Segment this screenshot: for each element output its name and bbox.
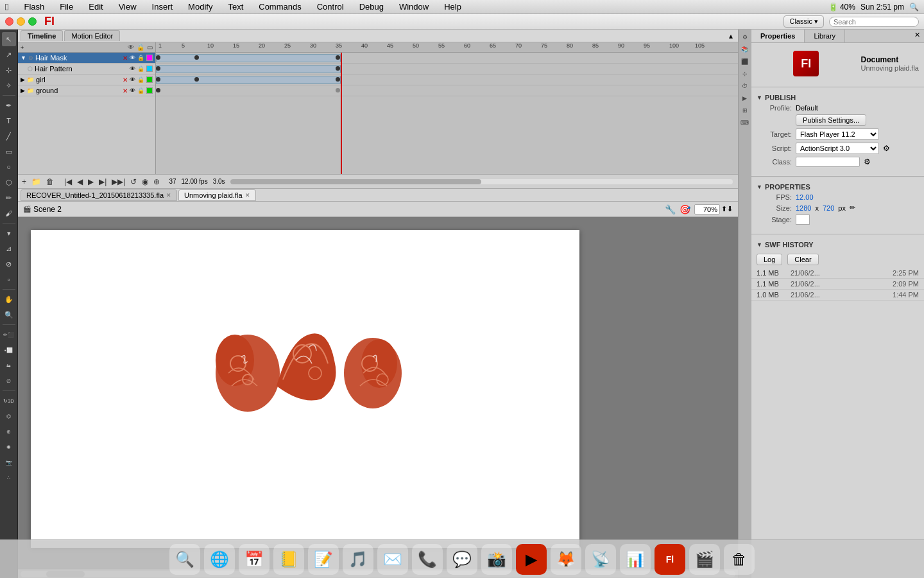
menu-text[interactable]: Text xyxy=(225,2,246,12)
layer-row-girl[interactable]: ▶ 📁 girl ✕ 👁 🔒 xyxy=(18,74,155,85)
dock-calendar[interactable]: 📅 xyxy=(239,544,270,575)
tool-eyedropper[interactable]: ⊘ xyxy=(2,257,16,271)
menu-modify[interactable]: Modify xyxy=(185,2,215,12)
tool-pencil[interactable]: ✏ xyxy=(2,191,16,205)
lock-ground-icon[interactable]: 🔒 xyxy=(137,87,144,94)
components-icon[interactable]: ⊞ xyxy=(740,105,750,116)
frames-panel[interactable] xyxy=(156,53,738,174)
classic-button[interactable]: Classic ▾ xyxy=(783,15,824,28)
add-layer-icon[interactable]: + xyxy=(21,44,24,51)
timeline-collapse[interactable]: ▴ xyxy=(726,31,735,40)
tool-camera[interactable]: 📷 xyxy=(2,455,16,469)
add-folder-btn[interactable]: 📁 xyxy=(30,177,42,186)
doc-tab-recover[interactable]: RECOVER_Untitled-1_20150618213335.fla ✕ xyxy=(21,189,177,201)
menu-insert[interactable]: Insert xyxy=(150,2,176,12)
close-button[interactable] xyxy=(5,17,13,26)
h-scrollthumb[interactable] xyxy=(230,179,482,184)
dock-phone[interactable]: 📞 xyxy=(412,544,443,575)
swf-history-header[interactable]: ▼ SWF HISTORY xyxy=(757,241,919,249)
dock-stickies[interactable]: 📝 xyxy=(308,544,339,575)
tool-oval[interactable]: ○ xyxy=(2,160,16,174)
actions-icon[interactable]: ⌨ xyxy=(740,118,750,128)
align-icon[interactable]: ⬛ xyxy=(740,57,750,67)
tool-deco[interactable]: ✺ xyxy=(2,440,16,454)
menu-window[interactable]: Window xyxy=(397,2,431,12)
frames-ground[interactable] xyxy=(156,85,738,96)
dock-mail[interactable]: ✉️ xyxy=(377,544,408,575)
tool-eraser[interactable]: ▫ xyxy=(2,272,16,286)
dock-office[interactable]: 📊 xyxy=(620,544,651,575)
dock-flashcs6[interactable]: Fl xyxy=(654,544,685,575)
menu-flash[interactable]: Flash xyxy=(21,2,47,12)
dock-skype[interactable]: 📡 xyxy=(585,544,616,575)
tab-library[interactable]: Library xyxy=(805,30,845,42)
play-btn[interactable]: ▶ xyxy=(87,177,95,186)
delete-icon[interactable]: ✕ xyxy=(123,55,128,62)
zoom-input[interactable] xyxy=(694,204,720,215)
close-tab-recover[interactable]: ✕ xyxy=(166,192,171,198)
search-icon[interactable]: 🔍 xyxy=(909,3,919,12)
transform-icon[interactable]: ⊹ xyxy=(740,69,750,79)
tool-pen[interactable]: ✒ xyxy=(2,98,16,112)
library-icon[interactable]: 📚 xyxy=(740,44,750,55)
eye-ground-icon[interactable]: 👁 xyxy=(130,87,135,94)
menu-edit[interactable]: Edit xyxy=(86,2,105,12)
zoom-stepper[interactable]: ⬆⬇ xyxy=(721,205,733,213)
tab-motion-editor[interactable]: Motion Editor xyxy=(64,30,120,41)
dock-firefox[interactable]: 🦊 xyxy=(551,544,581,575)
tool-brush[interactable]: 🖌 xyxy=(2,206,16,220)
tool-poly[interactable]: ⬡ xyxy=(2,175,16,189)
panel-close-btn[interactable]: ✕ xyxy=(911,30,924,42)
motion-presets-icon[interactable]: ▶ xyxy=(740,93,750,103)
tool-spray[interactable]: ∴ xyxy=(2,471,16,485)
tool-line[interactable]: ╱ xyxy=(2,129,16,143)
target-select[interactable]: Flash Player 11.2 xyxy=(796,128,879,140)
goto-end-btn[interactable]: ▶▶| xyxy=(110,177,126,186)
tool-zoom[interactable]: 🔍 xyxy=(2,308,16,322)
eye-icon[interactable]: 👁 xyxy=(130,55,135,61)
script-select[interactable]: ActionScript 3.0 xyxy=(796,143,879,154)
step-forward-btn[interactable]: ▶| xyxy=(98,177,108,186)
menu-control[interactable]: Control xyxy=(314,2,346,12)
tool-bind[interactable]: ⊕ xyxy=(2,425,16,439)
size-height[interactable]: 720 xyxy=(823,204,834,212)
lock-girl-icon[interactable]: 🔒 xyxy=(137,76,144,83)
script-settings-icon[interactable]: ⚙ xyxy=(883,144,890,153)
dock-flashplayer[interactable]: ▶ xyxy=(516,544,547,575)
clear-btn[interactable]: Clear xyxy=(787,254,818,265)
stage-color-picker[interactable] xyxy=(796,215,810,225)
properties-icon[interactable]: ⚙ xyxy=(740,32,750,42)
tool-paint-bucket[interactable]: ▾ xyxy=(2,226,16,240)
dock-trash[interactable]: 🗑 xyxy=(724,544,755,575)
swap-colors[interactable]: ⇆ xyxy=(2,358,16,372)
size-width[interactable]: 1280 xyxy=(796,204,811,212)
publish-header[interactable]: ▼ PUBLISH xyxy=(757,94,919,101)
no-color[interactable]: ∅ xyxy=(2,374,16,388)
stroke-color[interactable]: ✏⬛ xyxy=(2,328,16,342)
menu-commands[interactable]: Commands xyxy=(256,2,304,12)
layer-row-ground[interactable]: ▶ 📁 ground ✕ 👁 🔒 xyxy=(18,85,155,96)
dock-premiere[interactable]: 🎬 xyxy=(689,544,720,575)
scene-name[interactable]: Scene 2 xyxy=(33,205,62,214)
frames-hair-mask[interactable] xyxy=(156,53,738,64)
h-scroll[interactable] xyxy=(228,177,735,187)
menu-debug[interactable]: Debug xyxy=(357,2,386,12)
search-input[interactable] xyxy=(829,17,919,27)
tool-lasso[interactable]: ✧ xyxy=(2,78,16,92)
log-btn[interactable]: Log xyxy=(757,254,782,265)
eye-icon-2[interactable]: 👁 xyxy=(130,66,135,72)
publish-settings-btn[interactable]: Publish Settings... xyxy=(796,114,866,126)
class-input[interactable] xyxy=(796,157,860,167)
doc-tab-unmoving[interactable]: Unmoving plaid.fla ✕ xyxy=(178,189,256,201)
dock-messages[interactable]: 💬 xyxy=(447,544,477,575)
add-layer-btn[interactable]: + xyxy=(21,177,28,186)
delete-layer-btn[interactable]: 🗑 xyxy=(45,177,55,186)
tool-ink[interactable]: ⊿ xyxy=(2,241,16,256)
tool-bone[interactable]: ⌬ xyxy=(2,409,16,423)
loop-btn[interactable]: ↺ xyxy=(129,177,138,186)
stage-tools-icon-2[interactable]: 🎯 xyxy=(680,204,690,215)
history-icon[interactable]: ⏱ xyxy=(740,81,750,91)
dock-itunes[interactable]: 🎵 xyxy=(343,544,373,575)
tool-3d-rotate[interactable]: ↻3D xyxy=(2,394,16,408)
goto-start-btn[interactable]: |◀ xyxy=(63,177,73,186)
